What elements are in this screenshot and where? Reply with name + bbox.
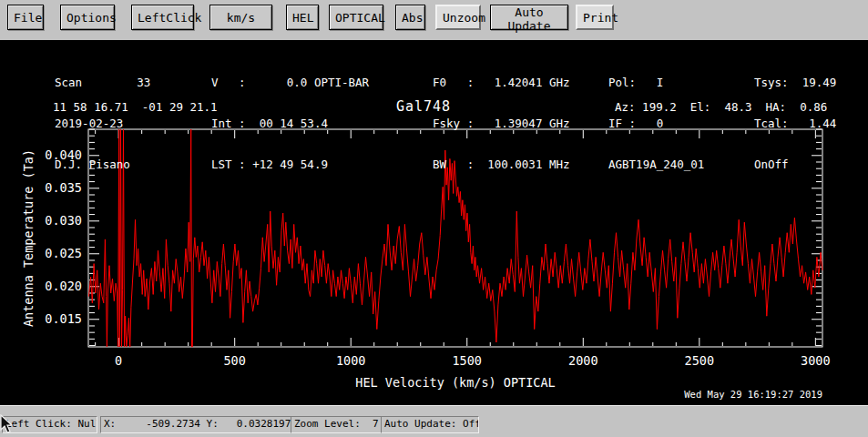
polarization: Pol: I: [608, 76, 704, 89]
system-temperature: Tsys: 19.49: [754, 76, 836, 89]
svg-text:500: 500: [223, 353, 245, 368]
gbtidl-plotter-window: File Options LeftClick km/s HEL OPTICAL …: [0, 0, 868, 437]
bandwidth: BW : 100.0031 MHz: [433, 158, 570, 171]
observation-date: 2019-02-23: [55, 117, 150, 130]
abs-rel-button[interactable]: Abs: [395, 5, 425, 30]
if-number: IF : 0: [608, 117, 704, 130]
sky-frequency: Fsky : 1.39047 GHz: [433, 117, 570, 130]
az-el-ha-readout: Az: 199.2 El: 48.3 HA: 0.86: [615, 100, 827, 114]
procedure-name: OnOff: [754, 158, 836, 171]
file-menu-button[interactable]: File: [7, 5, 44, 30]
cursor-xy-readout: X: -509.2734 Y: 0.03281970: [100, 416, 293, 433]
leftclick-mode-button[interactable]: LeftClick: [131, 5, 194, 30]
project-id: AGBT19A_240_01: [608, 158, 704, 171]
velocity-definition-button[interactable]: OPTICAL: [329, 5, 383, 30]
print-button[interactable]: Print: [576, 5, 614, 30]
svg-text:0: 0: [115, 353, 122, 368]
svg-text:3000: 3000: [801, 353, 831, 368]
rest-frequency: F0 : 1.42041 GHz: [433, 76, 570, 89]
toolbar: File Options LeftClick km/s HEL OPTICAL …: [0, 0, 868, 41]
svg-text:2500: 2500: [685, 353, 715, 368]
header-frequency-column: F0 : 1.42041 GHz Fsky : 1.39047 GHz BW :…: [433, 48, 570, 198]
auto-update-readout: Auto Update: Off: [381, 416, 479, 433]
svg-text:1500: 1500: [452, 353, 482, 368]
header-time-column: V : 0.0 OPTI-BAR Int : 00 14 53.4 LST : …: [211, 48, 369, 198]
cal-temperature: Tcal: 1.44: [754, 117, 836, 130]
velocity-readout: V : 0.0 OPTI-BAR: [211, 76, 369, 89]
velocity-units-button[interactable]: km/s: [209, 5, 272, 30]
integration-time: Int : 00 14 53.4: [211, 117, 369, 130]
source-coordinates: 11 58 16.71 -01 29 21.1: [53, 100, 218, 114]
x-axis-label: HEL Velocity (km/s) OPTICAL: [355, 375, 555, 390]
svg-text:0.015: 0.015: [45, 311, 82, 326]
header-tsys-column: Tsys: 19.49 Tcal: 1.44 OnOff: [754, 48, 836, 198]
plot-timestamp: Wed May 29 16:19:27 2019: [684, 389, 822, 400]
header-pol-column: Pol: I IF : 0 AGBT19A_240_01: [608, 48, 704, 198]
header-scan-column: Scan 33 2019-02-23 D.J. Pisano: [55, 48, 150, 198]
reference-frame-button[interactable]: HEL: [286, 5, 319, 30]
source-name: Gal748: [364, 98, 483, 115]
svg-text:2000: 2000: [568, 353, 598, 368]
zoom-level-readout: Zoom Level: 7: [291, 416, 383, 433]
lst-readout: LST : +12 49 54.9: [211, 158, 369, 171]
svg-text:1000: 1000: [336, 353, 366, 368]
svg-text:0.025: 0.025: [45, 246, 82, 260]
plot-area: Scan 33 2019-02-23 D.J. Pisano V : 0.0 O…: [0, 40, 868, 405]
status-bar: Left Click: Null X: -509.2734 Y: 0.03281…: [0, 405, 868, 437]
options-menu-button[interactable]: Options: [60, 5, 115, 30]
svg-text:0.020: 0.020: [45, 279, 82, 293]
observer-name: D.J. Pisano: [55, 158, 150, 171]
y-axis-label: Antenna Temperature (Ta): [21, 149, 36, 327]
svg-text:0.030: 0.030: [45, 213, 82, 228]
auto-update-button[interactable]: Auto Update: [490, 5, 568, 30]
left-click-mode-readout: Left Click: Null: [2, 416, 97, 433]
scan-number: Scan 33: [55, 76, 150, 89]
unzoom-button[interactable]: Unzoom: [435, 5, 481, 30]
mouse-cursor-icon: [0, 414, 15, 434]
